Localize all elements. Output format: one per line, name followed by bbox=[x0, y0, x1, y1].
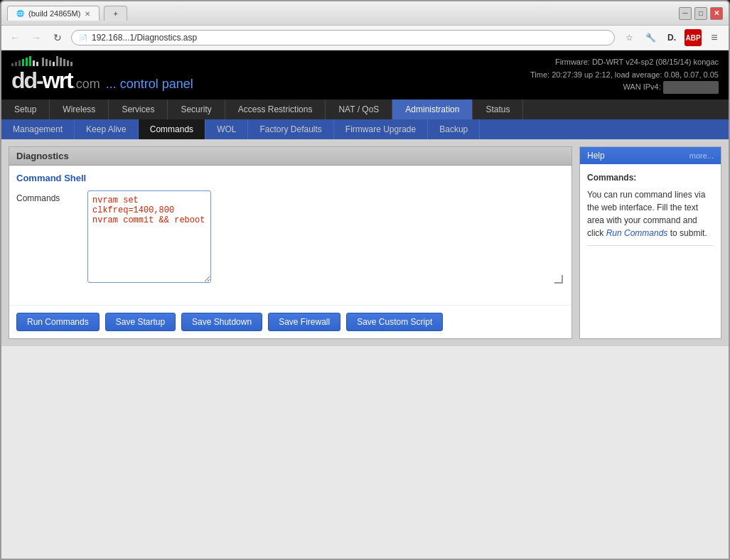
button-row: Run Commands Save Startup Save Shutdown … bbox=[9, 305, 571, 338]
commands-form-row: Commands nvram set clkfreq=1400,800 nvra… bbox=[16, 190, 564, 285]
tab-icon: 🌐 bbox=[16, 10, 24, 17]
bookmark-star-button[interactable]: ☆ bbox=[621, 29, 638, 46]
help-header: Help more... bbox=[580, 147, 721, 164]
signal-bar-5 bbox=[26, 58, 28, 66]
new-tab-icon: + bbox=[113, 9, 117, 18]
main-tab-services[interactable]: Services bbox=[109, 99, 168, 119]
address-bar-icons: ☆ 🔧 D. ABP ≡ bbox=[621, 29, 723, 46]
sub-tab-wol[interactable]: WOL bbox=[205, 119, 248, 139]
wan-label: WAN IPv4: bbox=[623, 82, 660, 91]
help-run-link: Run Commands bbox=[606, 228, 668, 238]
tab-close-button[interactable]: ✕ bbox=[85, 10, 90, 18]
maximize-button[interactable]: □ bbox=[694, 7, 707, 20]
signal-bar-10 bbox=[45, 59, 48, 66]
window-controls: ─ □ ✕ bbox=[679, 7, 723, 20]
sub-tab-backup[interactable]: Backup bbox=[428, 119, 480, 139]
minimize-button[interactable]: ─ bbox=[679, 7, 692, 20]
main-tab-wireless[interactable]: Wireless bbox=[50, 99, 109, 119]
adblock-button[interactable]: ABP bbox=[685, 29, 702, 46]
wan-info: WAN IPv4: █████████ bbox=[530, 81, 719, 94]
wan-ip: █████████ bbox=[663, 81, 719, 94]
title-bar-left: 🌐 (build 24865M) ✕ + bbox=[7, 6, 679, 21]
logo-dd: dd bbox=[11, 68, 36, 94]
run-commands-button[interactable]: Run Commands bbox=[16, 313, 100, 331]
forward-button[interactable]: → bbox=[28, 30, 44, 45]
help-commands-heading: Commands: bbox=[587, 171, 714, 184]
new-tab-button[interactable]: + bbox=[104, 6, 127, 21]
save-firewall-button[interactable]: Save Firewall bbox=[268, 313, 340, 331]
save-shutdown-button[interactable]: Save Shutdown bbox=[181, 313, 262, 331]
url-page-icon: 📄 bbox=[79, 34, 87, 42]
browser-window: 🌐 (build 24865M) ✕ + ─ □ ✕ ← → ↻ 📄 bbox=[0, 0, 730, 560]
router-ui: dd - wrt .com ... control panel Firmware… bbox=[1, 50, 729, 346]
help-commands-text2: to submit. bbox=[667, 228, 707, 238]
signal-bar-11 bbox=[49, 60, 51, 66]
main-tab-access-restrictions[interactable]: Access Restrictions bbox=[225, 99, 326, 119]
signal-bar-8 bbox=[36, 62, 38, 66]
refresh-button[interactable]: ↻ bbox=[50, 30, 65, 45]
sub-tab-factory-defaults[interactable]: Factory Defaults bbox=[248, 119, 333, 139]
help-title: Help bbox=[587, 151, 605, 161]
signal-bar-16 bbox=[67, 60, 69, 66]
help-divider bbox=[587, 245, 714, 246]
main-tab-nat-qos[interactable]: NAT / QoS bbox=[326, 99, 392, 119]
signal-bar-12 bbox=[53, 62, 55, 66]
logo-subtitle: ... control panel bbox=[106, 77, 193, 92]
sub-tab-management[interactable]: Management bbox=[1, 119, 75, 139]
signal-bar-3 bbox=[18, 60, 21, 66]
menu-button[interactable]: ≡ bbox=[706, 29, 723, 46]
command-textarea[interactable]: nvram set clkfreq=1400,800 nvram commit … bbox=[87, 190, 211, 283]
logo-wrt: wrt bbox=[43, 68, 73, 94]
panel-title: Diagnostics bbox=[16, 151, 69, 161]
close-button[interactable]: ✕ bbox=[710, 7, 723, 20]
title-bar: 🌐 (build 24865M) ✕ + ─ □ ✕ bbox=[1, 1, 729, 26]
help-body: Commands: You can run command lines via … bbox=[580, 164, 721, 259]
firmware-version: Firmware: DD-WRT v24-sp2 (08/15/14) kong… bbox=[530, 56, 719, 69]
url-bar[interactable]: 📄 192.168...1/Diagnostics.asp bbox=[71, 30, 615, 45]
firmware-info: Firmware: DD-WRT v24-sp2 (08/15/14) kong… bbox=[530, 56, 719, 94]
help-panel: Help more... Commands: You can run comma… bbox=[579, 146, 721, 339]
logo-row: dd - wrt .com ... control panel bbox=[11, 68, 193, 94]
panel-header: Diagnostics bbox=[9, 147, 571, 166]
logo-area: dd - wrt .com ... control panel bbox=[11, 56, 193, 94]
tab-title: (build 24865M) bbox=[28, 9, 80, 18]
signal-bar-9 bbox=[42, 58, 44, 66]
panel-body: Command Shell Commands nvram set clkfreq… bbox=[9, 166, 571, 299]
back-button[interactable]: ← bbox=[7, 30, 23, 45]
main-tab-status[interactable]: Status bbox=[473, 99, 523, 119]
d-button[interactable]: D. bbox=[663, 29, 680, 46]
router-header: dd - wrt .com ... control panel Firmware… bbox=[1, 50, 729, 99]
main-nav: Setup Wireless Services Security Access … bbox=[1, 99, 729, 119]
save-startup-button[interactable]: Save Startup bbox=[105, 313, 176, 331]
sub-tab-keep-alive[interactable]: Keep Alive bbox=[75, 119, 139, 139]
sub-nav: Management Keep Alive Commands WOL Facto… bbox=[1, 119, 729, 139]
main-tab-setup[interactable]: Setup bbox=[1, 99, 50, 119]
main-panel: Diagnostics Command Shell Commands nvram… bbox=[9, 146, 572, 339]
help-more-button[interactable]: more... bbox=[689, 151, 714, 160]
main-tab-administration[interactable]: Administration bbox=[392, 99, 473, 119]
tools-button[interactable]: 🔧 bbox=[642, 29, 659, 46]
signal-bar-1 bbox=[11, 63, 14, 66]
signal-bar-15 bbox=[63, 59, 65, 66]
main-tab-security[interactable]: Security bbox=[168, 99, 225, 119]
textarea-wrapper: nvram set clkfreq=1400,800 nvram commit … bbox=[87, 190, 564, 285]
url-text: 192.168...1/Diagnostics.asp bbox=[92, 33, 197, 43]
signal-bar-6 bbox=[29, 56, 31, 66]
signal-bar-7 bbox=[33, 60, 35, 66]
signal-bar-4 bbox=[22, 59, 24, 66]
router-time: Time: 20:27:39 up 2:12, load average: 0.… bbox=[530, 69, 719, 82]
signal-bar-2 bbox=[15, 62, 17, 66]
section-title: Command Shell bbox=[16, 173, 564, 183]
signal-bar-17 bbox=[70, 62, 73, 66]
signal-bar-13 bbox=[56, 56, 58, 66]
save-custom-script-button[interactable]: Save Custom Script bbox=[346, 313, 443, 331]
sub-tab-firmware-upgrade[interactable]: Firmware Upgrade bbox=[334, 119, 428, 139]
commands-label: Commands bbox=[16, 190, 87, 203]
sub-tab-commands[interactable]: Commands bbox=[139, 119, 205, 139]
logo-dash: - bbox=[36, 68, 43, 94]
signal-bar-14 bbox=[60, 58, 62, 66]
content-area: Diagnostics Command Shell Commands nvram… bbox=[1, 139, 729, 346]
address-bar: ← → ↻ 📄 192.168...1/Diagnostics.asp ☆ 🔧 … bbox=[1, 26, 729, 50]
logo-com: .com bbox=[73, 77, 100, 92]
browser-tab[interactable]: 🌐 (build 24865M) ✕ bbox=[7, 6, 100, 21]
